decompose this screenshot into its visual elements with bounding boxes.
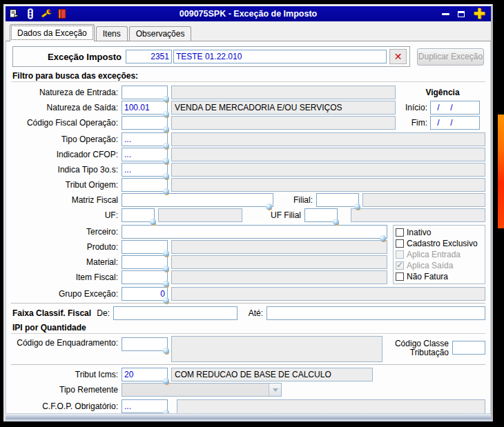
field-row-uf: UF: UF Filial	[11, 208, 485, 222]
field-row-tipo-operacao: Tipo Operação:	[11, 132, 485, 146]
cfop-obrigatorio-desc	[177, 399, 485, 414]
separator	[11, 303, 485, 304]
field-row-matriz-fiscal: Matriz Fiscal Filial:	[11, 193, 485, 207]
lookup-icon[interactable]	[163, 96, 169, 102]
checkbox-nao-fatura[interactable]: Não Fatura	[396, 272, 483, 281]
natureza-saida-desc: VENDA DE MERCADORIA E/OU SERVIÇOS	[171, 101, 396, 115]
enquadramento-desc	[171, 336, 382, 362]
checkbox-box-icon[interactable]	[396, 228, 404, 237]
vigencia-title: Vigência	[400, 86, 485, 99]
field-row-codigo-fiscal: Código Fiscal Operação:	[11, 116, 396, 130]
uf-desc	[158, 208, 242, 222]
close-plus-icon[interactable]: ✚	[473, 8, 485, 20]
checkbox-cadastro-exclusivo[interactable]: Cadastro Exclusivo	[396, 239, 483, 248]
lookup-icon[interactable]	[163, 281, 169, 287]
field-row-terceiro: Terceiro:	[11, 225, 387, 239]
checkbox-inativo[interactable]: Inativo	[396, 228, 483, 237]
titlebar: 009075SPK - Exceção de Imposto ✚	[6, 6, 491, 21]
faixa-ate-input[interactable]	[266, 306, 485, 320]
filial-input[interactable]	[316, 193, 359, 207]
minimize-icon[interactable]	[442, 13, 449, 15]
lookup-icon[interactable]	[163, 126, 169, 132]
lookup-icon[interactable]	[380, 235, 386, 241]
lookup-icon[interactable]	[163, 143, 169, 149]
field-row-enquadramento: Código de Enquadramento: Código Classe T…	[11, 336, 485, 362]
lookup-icon[interactable]	[266, 203, 272, 210]
grupo-excecao-input[interactable]	[122, 287, 168, 301]
lookup-icon[interactable]	[163, 266, 169, 272]
natureza-entrada-desc	[171, 86, 396, 99]
field-row-material: Material:	[11, 255, 387, 269]
material-input[interactable]	[122, 255, 168, 269]
tribut-origem-desc	[171, 178, 485, 192]
field-row-indicador-cfop: Indicador CFOP:	[11, 148, 485, 161]
delete-exception-button[interactable]: ✕	[389, 49, 407, 64]
field-row-produto: Produto:	[11, 240, 387, 254]
chevron-down-icon[interactable]	[269, 384, 281, 396]
terceiro-input[interactable]	[122, 225, 387, 239]
field-row-item-fiscal: Item Fiscal:	[11, 270, 387, 284]
book-icon[interactable]	[57, 8, 68, 19]
lookup-icon[interactable]	[163, 173, 169, 179]
lookup-icon[interactable]	[163, 378, 169, 384]
checkbox-box-icon[interactable]	[396, 272, 404, 281]
item-fiscal-input[interactable]	[122, 270, 168, 284]
filter-section-heading: Filtro para busca das exceções:	[11, 70, 485, 82]
cfop-grid: C.F.O.P. Obrigatório: 5.6 - Código Inf.A…	[11, 398, 485, 414]
classe-tributacao-input[interactable]	[452, 341, 485, 355]
vigencia-fim-row: Fim:	[400, 116, 485, 130]
tipo-remetente-select[interactable]	[122, 383, 282, 397]
lookup-icon[interactable]	[163, 188, 169, 195]
top-grid: Natureza de Entrada: Natureza de Saída: …	[11, 84, 485, 131]
exception-code-input[interactable]	[126, 50, 172, 63]
lookup-icon[interactable]	[354, 203, 360, 210]
tribut-icms-input[interactable]	[122, 368, 168, 381]
window-title: 009075SPK - Exceção de Imposto	[6, 9, 491, 19]
lookup-icon[interactable]	[163, 297, 169, 304]
wrench-key-icon[interactable]	[41, 8, 52, 19]
vigencia-inicio-input[interactable]	[430, 101, 480, 115]
material-desc	[171, 255, 387, 269]
codigo-fiscal-desc	[171, 116, 396, 130]
exception-name-input[interactable]	[173, 50, 387, 63]
classe-tributacao-label: Código Classe Tributação	[382, 336, 452, 357]
checkbox-box-icon	[396, 261, 404, 270]
checkbox-box-icon[interactable]	[396, 239, 404, 248]
checkbox-aplica-saida: Aplica Saída	[396, 261, 483, 270]
natureza-entrada-input[interactable]	[122, 86, 168, 99]
codigo-fiscal-input[interactable]	[122, 116, 168, 130]
lookup-icon[interactable]	[150, 219, 156, 225]
tab-observacoes[interactable]: Observações	[129, 26, 192, 41]
produto-input[interactable]	[122, 240, 168, 254]
field-row-natureza-entrada: Natureza de Entrada:	[11, 86, 396, 99]
indicador-cfop-input[interactable]	[122, 148, 168, 161]
lookup-icon[interactable]	[163, 158, 169, 164]
window-controls: ✚	[442, 8, 491, 20]
duplicate-exception-button[interactable]: Duplicar Exceção	[417, 48, 484, 66]
vigencia-inicio-row: Início:	[400, 101, 485, 115]
tribut-origem-input[interactable]	[122, 178, 168, 192]
indica-tipo-input[interactable]	[122, 163, 168, 177]
enquadramento-input[interactable]	[122, 337, 168, 351]
traffic-light-icon[interactable]	[25, 8, 36, 19]
matriz-fiscal-input[interactable]	[122, 193, 273, 207]
field-row-natureza-saida: Natureza de Saída: VENDA DE MERCADORIA E…	[11, 101, 396, 115]
tipo-operacao-input[interactable]	[122, 132, 168, 146]
lookup-icon[interactable]	[333, 219, 339, 225]
lookup-icon[interactable]	[163, 250, 169, 257]
delete-x-icon: ✕	[394, 51, 403, 62]
tab-dados-da-excecao[interactable]: Dados da Exceção	[10, 24, 95, 41]
vigencia-fim-input[interactable]	[430, 116, 480, 130]
cfop-obrigatorio-input[interactable]	[122, 399, 168, 413]
lookup-icon[interactable]	[163, 111, 169, 117]
faixa-de-input[interactable]	[113, 306, 238, 320]
natureza-saida-input[interactable]	[122, 101, 168, 115]
indica-tipo-desc	[171, 163, 485, 177]
separator	[11, 364, 485, 366]
tab-itens[interactable]: Itens	[96, 26, 128, 41]
exception-header-row: Exceção Imposto ✕ Duplicar Exceção	[12, 46, 484, 67]
exception-label: Exceção Imposto	[16, 52, 126, 62]
maximize-icon[interactable]	[458, 11, 465, 17]
form-export-icon[interactable]	[9, 8, 20, 19]
lookup-icon[interactable]	[163, 348, 169, 354]
